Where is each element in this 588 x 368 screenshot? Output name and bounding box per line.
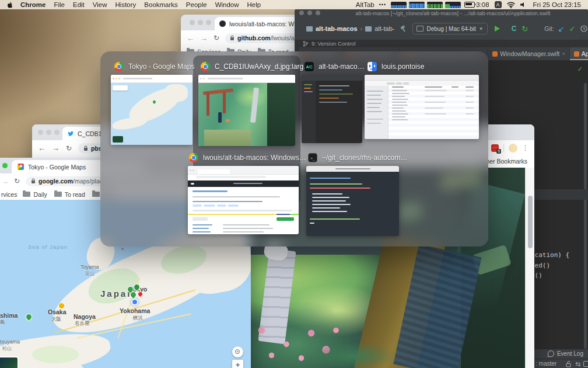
menu-item-bookmarks[interactable]: Bookmarks xyxy=(144,1,178,8)
window-item-title[interactable]: >_ ~/git_clones/rhs-autocom… xyxy=(308,153,407,162)
menu-item-view[interactable]: View xyxy=(93,1,107,8)
extension-icon[interactable]: ⋯6 xyxy=(491,144,499,152)
more-menu-extra[interactable]: ••• xyxy=(379,2,386,8)
history-clock-icon[interactable] xyxy=(580,25,587,32)
close-icon[interactable]: × xyxy=(562,51,565,57)
meter-graph xyxy=(391,5,407,8)
menu-item-help[interactable]: Help xyxy=(247,1,261,8)
my-location-button[interactable] xyxy=(232,346,243,357)
close-button[interactable] xyxy=(299,11,304,15)
window-item-title[interactable]: Tokyo - Google Maps xyxy=(114,62,194,71)
input-source-icon[interactable]: A xyxy=(495,1,502,8)
thumb-term-line xyxy=(310,188,370,189)
zoom-button[interactable] xyxy=(206,20,211,25)
wifi-icon[interactable] xyxy=(507,2,515,8)
back-icon[interactable]: ← xyxy=(38,144,46,152)
current-location-dot[interactable] xyxy=(131,298,138,305)
zoom-in-button[interactable]: + xyxy=(232,360,243,368)
profile-avatar[interactable] xyxy=(509,144,517,152)
event-log-button[interactable]: Event Log xyxy=(548,350,583,357)
thumb-satellite xyxy=(113,136,123,143)
unlock-icon[interactable] xyxy=(566,361,571,367)
thumb-chrome-bar xyxy=(198,75,295,83)
minimize-button[interactable] xyxy=(46,130,51,135)
vcs-commit-icon[interactable]: ✓ xyxy=(569,25,576,33)
title-bar: alt-tab-macos [~/git_clones/alt-tab-maco… xyxy=(295,8,588,18)
window-item-title[interactable]: AC alt-tab-maco… xyxy=(304,62,365,71)
kebab-menu-icon[interactable]: ⋮ xyxy=(522,144,528,152)
tab-application-swift[interactable]: Application.swift xyxy=(570,47,588,60)
version-control-strip: 9: Version Control xyxy=(295,40,588,47)
menu-item-edit[interactable]: Edit xyxy=(73,1,85,8)
window-thumbnail-finder[interactable] xyxy=(365,75,479,139)
minimize-button[interactable] xyxy=(307,11,312,15)
scrollbar-thumb[interactable] xyxy=(528,196,533,248)
thumb-tab-line xyxy=(208,78,243,79)
battery-time[interactable]: 3:08 xyxy=(476,1,489,8)
tokyo-bay xyxy=(135,340,148,352)
map-pin-green[interactable] xyxy=(24,313,34,322)
window-item-title[interactable]: C_CDB1IUwAAxy_d.jpg:larg… xyxy=(201,62,310,71)
zoom-button[interactable] xyxy=(316,11,320,15)
reload-icon[interactable]: ↻ xyxy=(14,177,20,185)
vcs-update-icon[interactable]: ↙ xyxy=(558,25,565,33)
menu-item-history[interactable]: History xyxy=(116,1,136,8)
volume-icon[interactable] xyxy=(520,2,526,8)
tab-windowmanager-swift[interactable]: WindowManager.swift × xyxy=(488,47,569,60)
build-hammer-icon[interactable] xyxy=(400,25,407,33)
breadcrumb-folder[interactable]: alt-tab- xyxy=(374,25,394,32)
run-icon[interactable] xyxy=(495,26,500,32)
window-thumbnail-appcode[interactable] xyxy=(302,75,362,143)
menu-app-name[interactable]: Chrome xyxy=(20,1,46,8)
window-thumbnail-terminal[interactable] xyxy=(306,166,399,236)
memory-meter-widget[interactable] xyxy=(409,2,425,8)
minimize-button[interactable] xyxy=(198,20,203,25)
window-thumbnail-maps[interactable] xyxy=(111,75,192,145)
bookmark-label[interactable]: rvices xyxy=(1,191,17,198)
browser-tab[interactable]: lwouis/alt-tab-macos: Wind xyxy=(215,17,304,30)
menu-item-people[interactable]: People xyxy=(186,1,207,8)
forward-icon[interactable]: → xyxy=(52,144,60,152)
twitter-favicon xyxy=(68,131,74,137)
thumb-art xyxy=(198,83,295,146)
network-meter-widget[interactable] xyxy=(427,2,443,8)
zoom-button[interactable] xyxy=(2,163,8,168)
close-button[interactable] xyxy=(38,130,43,135)
reload-icon[interactable]: ↻ xyxy=(214,34,219,42)
chrome-app-icon xyxy=(201,62,210,71)
window-item-title[interactable]: louis.pontoise xyxy=(368,62,424,71)
close-button[interactable] xyxy=(190,20,195,25)
window-thumbnail-image[interactable] xyxy=(198,75,295,146)
map-pin-yellow[interactable] xyxy=(58,303,65,309)
tab-label: Application.swift xyxy=(582,50,588,57)
profile-icon[interactable]: C xyxy=(512,25,517,33)
inspector-profile-icon[interactable] xyxy=(583,361,588,367)
coverage-icon[interactable]: ↻ xyxy=(522,25,528,33)
menu-clock[interactable]: Fri 25 Oct 23:15 xyxy=(533,1,581,8)
inspection-status-icon[interactable]: ✓ xyxy=(578,65,583,73)
editor-scrollbar[interactable] xyxy=(584,83,587,352)
run-configuration-select[interactable]: Debug | Mac 64-bit ▼ xyxy=(412,23,487,34)
page-scrollbar[interactable] xyxy=(525,168,534,368)
bookmark-label[interactable]: Daily xyxy=(33,191,47,198)
forward-icon[interactable]: → xyxy=(1,177,9,186)
version-control-tab[interactable]: 9: Version Control xyxy=(312,40,356,47)
apple-menu-icon[interactable] xyxy=(7,1,13,9)
alttab-menu-extra[interactable]: AltTab xyxy=(356,1,374,8)
bookmark-label[interactable]: To read xyxy=(65,191,85,198)
address-bar[interactable]: github.com /lwouis/a xyxy=(225,33,304,43)
cpu-meter-widget[interactable] xyxy=(391,2,407,8)
disk-meter-widget[interactable] xyxy=(445,2,461,8)
window-thumbnail-github[interactable] xyxy=(188,166,299,234)
indent-status-icon[interactable]: ⇆ xyxy=(575,360,580,368)
breadcrumb-project[interactable]: alt-tab-macos xyxy=(316,25,358,32)
menu-item-window[interactable]: Window xyxy=(215,1,239,8)
git-branch-status[interactable]: : master xyxy=(536,360,556,367)
window-item-title[interactable]: lwouis/alt-tab-macos: Windows… xyxy=(189,153,306,162)
reload-icon[interactable]: ↻ xyxy=(66,144,72,152)
satellite-layer-toggle[interactable] xyxy=(0,356,19,368)
back-icon[interactable]: ← xyxy=(187,34,194,43)
zoom-button[interactable] xyxy=(54,130,60,135)
menu-item-file[interactable]: File xyxy=(54,1,65,8)
forward-icon[interactable]: → xyxy=(200,34,208,43)
